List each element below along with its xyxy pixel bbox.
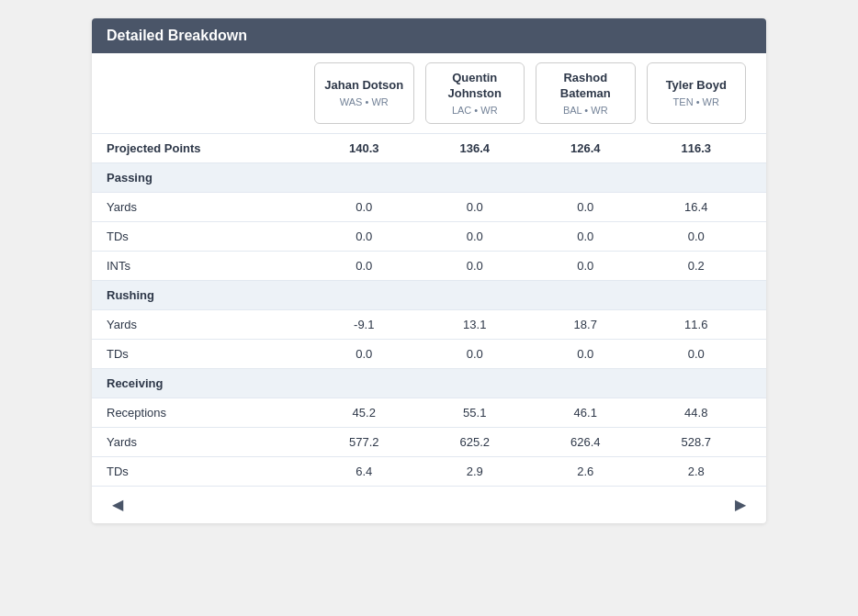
main-container: Detailed Breakdown Jahan Dotson WAS • WR… — [92, 18, 766, 523]
player-team-3: TEN • WR — [673, 96, 719, 107]
header-title: Detailed Breakdown — [107, 28, 247, 43]
cell-2-1: 0.0 — [420, 200, 531, 214]
cell-10-1: 625.2 — [420, 435, 531, 449]
section-label-1: Passing — [107, 171, 309, 185]
cell-11-2: 2.6 — [530, 465, 641, 478]
prev-button[interactable]: ◀ — [107, 494, 129, 516]
cell-4-3: 0.2 — [641, 259, 752, 273]
row-label-0: Projected Points — [107, 141, 309, 155]
data-row-2: Yards0.00.00.016.4 — [92, 192, 766, 221]
players-row: Jahan Dotson WAS • WR Quentin Johnston L… — [92, 53, 766, 133]
player-card-0: Jahan Dotson WAS • WR — [314, 62, 414, 124]
player-name-1: Quentin Johnston — [430, 71, 521, 102]
cell-10-3: 528.7 — [641, 435, 752, 449]
cell-4-1: 0.0 — [420, 259, 531, 273]
cell-3-3: 0.0 — [641, 230, 752, 243]
section-label-8: Receiving — [107, 376, 309, 390]
cell-3-1: 0.0 — [420, 230, 531, 243]
row-label-7: TDs — [107, 347, 309, 361]
cell-3-0: 0.0 — [309, 230, 420, 243]
cell-9-1: 55.1 — [420, 406, 531, 420]
row-label-6: Yards — [107, 318, 309, 331]
rows-container: Projected Points140.3136.4126.4116.3Pass… — [92, 133, 766, 486]
player-name-0: Jahan Dotson — [324, 78, 403, 94]
cell-0-1: 136.4 — [420, 141, 531, 155]
cell-6-1: 13.1 — [420, 318, 531, 331]
data-row-4: INTs0.00.00.00.2 — [92, 251, 766, 280]
cell-6-2: 18.7 — [530, 318, 641, 331]
section-row-8: Receiving — [92, 368, 766, 398]
cell-2-0: 0.0 — [309, 200, 420, 214]
cell-9-3: 44.8 — [641, 406, 752, 420]
row-label-10: Yards — [107, 435, 309, 449]
player-card-3: Tyler Boyd TEN • WR — [647, 62, 747, 124]
row-label-9: Receptions — [107, 406, 309, 420]
section-row-1: Passing — [92, 162, 766, 192]
row-label-11: TDs — [107, 465, 309, 478]
cell-9-0: 45.2 — [309, 406, 420, 420]
data-row-10: Yards577.2625.2626.4528.7 — [92, 427, 766, 456]
cell-6-0: -9.1 — [309, 318, 420, 331]
cell-11-3: 2.8 — [641, 465, 752, 478]
cell-7-1: 0.0 — [420, 347, 531, 361]
player-team-1: LAC • WR — [452, 105, 498, 116]
cell-10-2: 626.4 — [530, 435, 641, 449]
data-row-3: TDs0.00.00.00.0 — [92, 221, 766, 251]
player-name-2: Rashod Bateman — [540, 71, 631, 102]
section-row-5: Rushing — [92, 280, 766, 309]
next-button[interactable]: ▶ — [729, 494, 751, 516]
player-name-3: Tyler Boyd — [666, 78, 727, 94]
cell-4-0: 0.0 — [309, 259, 420, 273]
cell-9-2: 46.1 — [530, 406, 641, 420]
cell-4-2: 0.0 — [530, 259, 641, 273]
cell-0-2: 126.4 — [530, 141, 641, 155]
cell-2-3: 16.4 — [641, 200, 752, 214]
cell-11-0: 6.4 — [309, 465, 420, 478]
cell-7-2: 0.0 — [530, 347, 641, 361]
cell-7-3: 0.0 — [641, 347, 752, 361]
cell-0-0: 140.3 — [309, 141, 420, 155]
data-row-6: Yards-9.113.118.711.6 — [92, 309, 766, 339]
cell-3-2: 0.0 — [530, 230, 641, 243]
cell-10-0: 577.2 — [309, 435, 420, 449]
player-card-2: Rashod Bateman BAL • WR — [536, 62, 636, 124]
data-row-9: Receptions45.255.146.144.8 — [92, 398, 766, 427]
section-header: Detailed Breakdown — [92, 18, 766, 53]
row-label-2: Yards — [107, 200, 309, 214]
player-card-1: Quentin Johnston LAC • WR — [425, 62, 525, 124]
cell-2-2: 0.0 — [530, 200, 641, 214]
nav-row: ◀ ▶ — [92, 486, 766, 523]
row-label-4: INTs — [107, 259, 309, 273]
player-team-0: WAS • WR — [340, 96, 389, 107]
cell-7-0: 0.0 — [309, 347, 420, 361]
player-team-2: BAL • WR — [563, 105, 608, 116]
data-row-7: TDs0.00.00.00.0 — [92, 339, 766, 368]
player-cols: Jahan Dotson WAS • WR Quentin Johnston L… — [309, 62, 751, 124]
row-label-3: TDs — [107, 230, 309, 243]
section-label-5: Rushing — [107, 288, 309, 302]
cell-0-3: 116.3 — [641, 141, 752, 155]
data-row-0: Projected Points140.3136.4126.4116.3 — [92, 133, 766, 162]
cell-6-3: 11.6 — [641, 318, 752, 331]
cell-11-1: 2.9 — [420, 465, 531, 478]
data-row-11: TDs6.42.92.62.8 — [92, 456, 766, 486]
